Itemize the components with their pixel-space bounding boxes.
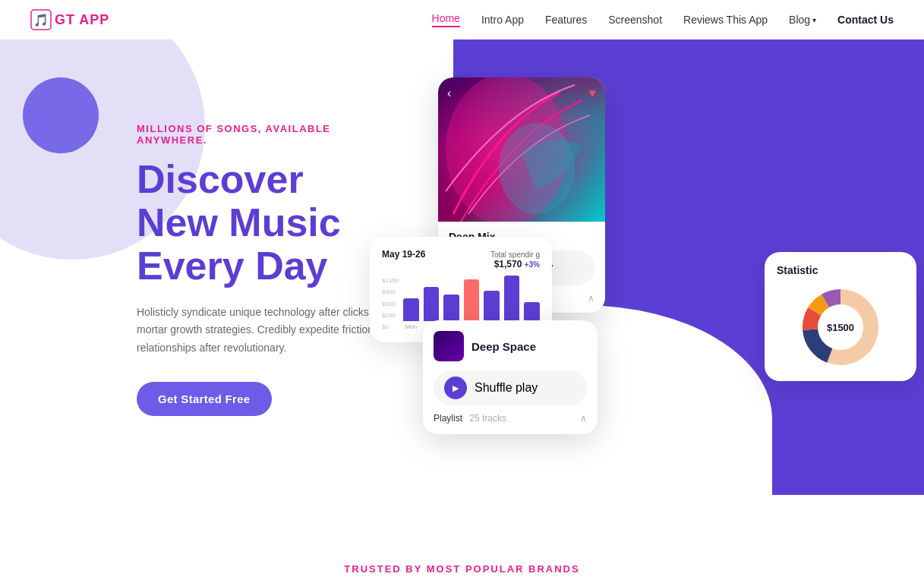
nav-features[interactable]: Features <box>545 14 587 26</box>
hero-section: MILLIONS OF SONGS, AVAILABLE ANYWHERE. D… <box>0 39 924 533</box>
deep-space-shuffle[interactable]: ▶ Shuffle play <box>434 370 587 405</box>
deep-space-card: Deep Space ▶ Shuffle play Playlist 25 tr… <box>423 320 598 434</box>
hero-description: Holisticly syndicate unique technology a… <box>137 304 395 358</box>
deep-space-title: Deep Space <box>471 340 536 353</box>
nav-reviews[interactable]: Reviews This App <box>683 14 768 26</box>
deep-space-playlist-count: 25 tracks <box>469 413 506 424</box>
deep-space-header: Deep Space <box>434 331 587 361</box>
chevron-down-icon: ▾ <box>812 16 816 24</box>
donut-center-value: $1500 <box>827 320 854 334</box>
nav-intro[interactable]: Intro App <box>481 14 524 26</box>
analytics-date: May 19-26 <box>382 249 425 260</box>
analytics-header: May 19-26 Total spendir g $1,570 +3% <box>382 249 540 269</box>
nav-blog[interactable]: Blog ▾ <box>789 14 816 26</box>
deep-mix-artwork: ‹ ♥ <box>438 77 605 222</box>
bar-mon: Mon <box>403 298 419 330</box>
deep-space-thumb <box>434 331 464 361</box>
hero-subtitle: MILLIONS OF SONGS, AVAILABLE ANYWHERE. <box>137 123 395 146</box>
statistic-title: Statistic <box>777 264 904 276</box>
get-started-button[interactable]: Get Started Free <box>137 382 272 416</box>
chevron-up-icon[interactable]: ∧ <box>588 293 594 304</box>
logo-icon: 🎵 <box>30 9 52 30</box>
shuffle-label-2: Shuffle play <box>475 381 538 395</box>
svg-text:🎵: 🎵 <box>33 13 49 27</box>
hero-mockups: ‹ ♥ Deep Mix ▶ Shuffle play <box>393 62 924 518</box>
analytics-total-label: Total spendir g <box>490 251 540 259</box>
nav-contact[interactable]: Contact Us <box>837 14 894 26</box>
statistic-card: Statistic $1500 <box>765 252 916 381</box>
hero-title: Discover New Music Every Day <box>137 158 395 288</box>
donut-chart: $1500 <box>799 285 882 369</box>
navigation: 🎵 GT APP Home Intro App Features Screens… <box>0 0 924 39</box>
nav-screenshot[interactable]: Screenshot <box>608 14 662 26</box>
analytics-amount: $1,570 +3% <box>490 259 540 269</box>
nav-home[interactable]: Home <box>432 12 460 27</box>
play-icon-2: ▶ <box>444 377 467 399</box>
logo[interactable]: 🎵 GT APP <box>30 9 109 30</box>
trusted-section: TRUSTED BY MOST POPULAR BRANDS themeShop <box>0 533 924 583</box>
y-axis: $1100 $400 $300 $200 $0 <box>382 277 399 330</box>
hero-content: MILLIONS OF SONGS, AVAILABLE ANYWHERE. D… <box>0 62 395 416</box>
trusted-label: TRUSTED BY MOST POPULAR BRANDS <box>30 563 894 575</box>
deep-space-playlist-row: Playlist 25 tracks ∧ <box>434 413 587 424</box>
deep-space-playlist-label: Playlist 25 tracks <box>434 413 506 424</box>
logo-text: GT APP <box>55 12 109 28</box>
chevron-up-icon-2[interactable]: ∧ <box>580 413 587 424</box>
nav-links: Home Intro App Features Screenshot Revie… <box>432 12 894 27</box>
